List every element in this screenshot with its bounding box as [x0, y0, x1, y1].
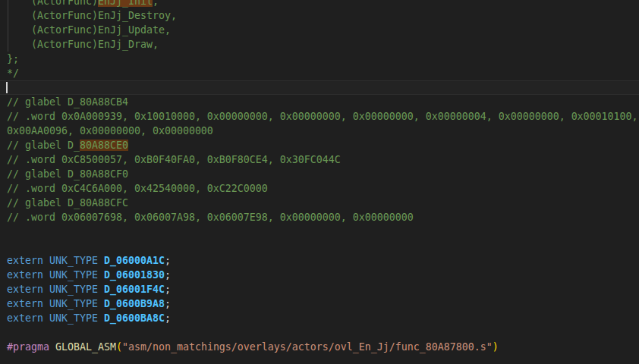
code-token: (ActorFunc)EnJj_Update, [7, 24, 171, 36]
code-line [0, 239, 639, 253]
code-token: extern [7, 298, 49, 309]
code-line: */ [0, 66, 639, 80]
code-token: ) [493, 341, 499, 353]
code-token: D_0600B9A8 [104, 298, 165, 309]
find-match-highlight: 80A88CE0 [80, 140, 128, 151]
code-token: */ [7, 67, 19, 79]
code-token: // glabel D_80A88CFC [7, 197, 128, 209]
code-token: UNK_TYPE [49, 284, 104, 295]
code-line: #pragma GLOBAL_ASM("asm/non_matchings/ov… [0, 340, 639, 354]
code-line: (ActorFunc)EnJj_Draw, [0, 37, 639, 52]
code-line: 0x00AA0096, 0x00000000, 0x00000000 [0, 124, 639, 138]
code-line: extern UNK_TYPE D_0600BA8C; [0, 311, 639, 325]
code-token: // .word 0xC8500057, 0xB0F40FA0, 0xB0F80… [7, 154, 341, 165]
code-token: UNK_TYPE [49, 269, 104, 281]
code-lines: (ActorFunc)EnJj_Init, (ActorFunc)EnJj_De… [0, 0, 639, 364]
code-line: extern UNK_TYPE D_06001F4C; [0, 282, 639, 297]
code-line: // .word 0xC8500057, 0xB0F40FA0, 0xB0F80… [0, 152, 639, 167]
code-token: UNK_TYPE [49, 312, 104, 324]
code-token: ; [165, 269, 171, 281]
code-line [0, 224, 639, 239]
code-token: D_0600BA8C [104, 312, 165, 324]
code-line [0, 354, 639, 364]
code-token: extern [7, 284, 49, 295]
code-token: D_06001F4C [104, 284, 165, 295]
code-token: ; [165, 298, 171, 309]
code-token: // glabel D_80A88CF0 [7, 168, 128, 180]
current-line-highlight [0, 80, 639, 95]
code-line: // glabel D_80A88CFC [0, 196, 639, 210]
code-line: (ActorFunc)EnJj_Destroy, [0, 8, 639, 23]
code-token: UNK_TYPE [49, 255, 104, 266]
code-token: UNK_TYPE [49, 298, 104, 309]
code-token: D_06000A1C [104, 255, 165, 266]
code-token: GLOBAL_ASM [55, 341, 116, 353]
code-editor[interactable]: (ActorFunc)EnJj_Init, (ActorFunc)EnJj_De… [0, 0, 639, 364]
code-token: D_06001830 [104, 269, 165, 281]
code-token: extern [7, 269, 49, 281]
code-line: (ActorFunc)EnJj_Update, [0, 23, 639, 37]
code-token: (ActorFunc)EnJj_Draw, [7, 39, 159, 50]
code-token: (ActorFunc) [7, 0, 98, 7]
code-token: ; [165, 284, 171, 295]
code-line: // glabel D_80A88CF0 [0, 167, 639, 181]
code-token: extern [7, 255, 49, 266]
code-line: extern UNK_TYPE D_06001830; [0, 268, 639, 282]
code-token: // .word 0x06007698, 0x06007A98, 0x06007… [7, 212, 414, 223]
code-token: ( [116, 341, 122, 353]
code-token: #pragma [7, 341, 55, 353]
code-token: // glabel D_ [7, 140, 80, 151]
code-line [0, 325, 639, 340]
code-line: extern UNK_TYPE D_06000A1C; [0, 253, 639, 268]
code-line: // .word 0x06007698, 0x06007A98, 0x06007… [0, 210, 639, 224]
code-token: (ActorFunc)EnJj_Destroy, [7, 10, 177, 21]
code-line: // .word 0x0A000939, 0x10010000, 0x00000… [0, 109, 639, 124]
code-token: // .word 0xC4C6A000, 0x42540000, 0xC22C0… [7, 183, 268, 194]
code-token: }; [7, 53, 19, 64]
text-cursor [6, 82, 8, 93]
code-line: // glabel D_80A88CB4 [0, 95, 639, 109]
code-line: // glabel D_80A88CE0 [0, 138, 639, 152]
code-token: ; [165, 255, 171, 266]
code-token: // glabel D_80A88CB4 [7, 96, 128, 108]
code-line: }; [0, 52, 639, 66]
code-line: // .word 0xC4C6A000, 0x42540000, 0xC22C0… [0, 181, 639, 196]
code-line: extern UNK_TYPE D_0600B9A8; [0, 297, 639, 311]
code-line: (ActorFunc)EnJj_Init, [0, 0, 639, 8]
code-token: , [153, 0, 159, 7]
code-token: // .word 0x0A000939, 0x10010000, 0x00000… [7, 111, 638, 122]
code-token: 0x00AA0096, 0x00000000, 0x00000000 [7, 125, 213, 136]
find-match-highlight: EnJj_Init [98, 0, 153, 7]
code-token: extern [7, 312, 49, 324]
code-token: "asm/non_matchings/overlays/actors/ovl_E… [122, 341, 493, 353]
code-token: ; [165, 312, 171, 324]
